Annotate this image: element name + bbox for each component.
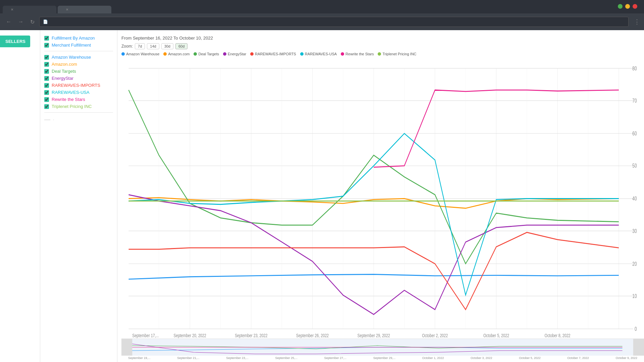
- browser-chrome: ✕ ✕ ← → ↻ 📄 ⋮: [0, 0, 644, 30]
- maximize-button[interactable]: [618, 4, 623, 9]
- tab-2[interactable]: ✕: [58, 6, 111, 13]
- address-bar[interactable]: 📄: [39, 17, 629, 27]
- mini-label-2: September 21,...: [177, 356, 200, 360]
- filter-rarewaves-usa-label: RAREWAVES-USA: [52, 90, 90, 95]
- legend-label-amazon-com: Amazon.com: [168, 52, 190, 56]
- svg-text:September 29, 2022: September 29, 2022: [358, 333, 390, 338]
- mini-label-6: September 29,...: [373, 356, 396, 360]
- legend-dot-rarewaves-imports: [250, 52, 254, 56]
- minimize-button[interactable]: [625, 4, 630, 9]
- filter-amazon-com-checkbox[interactable]: [44, 62, 49, 67]
- filter-fba-checkbox[interactable]: [44, 36, 49, 41]
- sellers-button[interactable]: SELLERS: [0, 36, 30, 47]
- filter-triplenet: Triplenet Pricing INC: [44, 104, 113, 109]
- legend-rewrite-stars: Rewrite the Stars: [341, 52, 374, 56]
- filter-merchant-label: Merchant Fulfillment: [52, 43, 91, 48]
- back-button[interactable]: ←: [4, 17, 13, 26]
- mini-axis-labels: September 19,... September 21,... Septem…: [121, 356, 644, 360]
- svg-rect-44: [121, 339, 132, 356]
- refresh-button[interactable]: ↻: [28, 17, 37, 26]
- forward-button[interactable]: →: [16, 17, 25, 26]
- zoom-bar: Zoom: 7d 14d 30d 60d: [121, 43, 644, 49]
- filter-triplenet-label: Triplenet Pricing INC: [52, 104, 92, 109]
- mini-label-7: October 1, 2022: [422, 356, 444, 360]
- svg-text:20: 20: [632, 261, 637, 267]
- zoom-label: Zoom:: [121, 44, 133, 49]
- legend-dot-deal-targets: [194, 52, 197, 56]
- filter-rewrite-stars-label: Rewrite the Stars: [52, 97, 85, 102]
- filter-energystar: EnergyStar: [44, 76, 113, 81]
- legend-label-rewrite-stars: Rewrite the Stars: [345, 52, 374, 56]
- filter-divider: [44, 51, 113, 51]
- chart-svg-container: 0 10 20 30 40 50 60 70 80 September 17,.…: [121, 59, 644, 339]
- legend-label-deal-targets: Deal Targets: [198, 52, 219, 56]
- filter-amazon-com-label: Amazon.com: [52, 62, 77, 67]
- filter-amazon-warehouse: Amazon Warehouse: [44, 55, 113, 60]
- filter-amazon-com: Amazon.com: [44, 62, 113, 67]
- filter-panel: Fulfillment By Amazon Merchant Fulfillme…: [40, 30, 117, 362]
- filter-energystar-label: EnergyStar: [52, 76, 73, 81]
- zoom-14d[interactable]: 14d: [147, 43, 159, 49]
- mini-label-11: October 9, 2022: [615, 356, 637, 360]
- svg-text:60: 60: [632, 130, 637, 136]
- filter-merchant: Merchant Fulfillment: [44, 43, 113, 48]
- zoom-30d[interactable]: 30d: [161, 43, 173, 49]
- svg-text:September 26, 2022: September 26, 2022: [296, 333, 329, 338]
- filter-rewrite-stars-checkbox[interactable]: [44, 97, 49, 102]
- filter-rewrite-stars: Rewrite the Stars: [44, 97, 113, 102]
- tab-1[interactable]: ✕: [3, 6, 56, 13]
- nav-bar: ← → ↻ 📄 ⋮: [0, 13, 644, 30]
- filter-extra-label: ·: [53, 117, 54, 122]
- legend-amazon-warehouse: Amazon Warehouse: [121, 52, 159, 56]
- filter-energystar-checkbox[interactable]: [44, 76, 49, 81]
- legend-dot-rewrite-stars: [341, 52, 344, 56]
- svg-text:50: 50: [632, 163, 637, 169]
- mini-label-9: October 5, 2022: [519, 356, 541, 360]
- menu-button[interactable]: ⋮: [634, 18, 640, 25]
- legend-dot-amazon-warehouse: [121, 52, 125, 56]
- svg-text:30: 30: [632, 228, 637, 234]
- legend-label-triplenet: Triplenet Pricing INC: [382, 52, 416, 56]
- chart-date-range: From September 16, 2022 To October 10, 2…: [121, 36, 644, 41]
- mini-label-4: September 25,...: [275, 356, 298, 360]
- svg-text:October 2, 2022: October 2, 2022: [422, 333, 448, 338]
- filter-rarewaves-imports-checkbox[interactable]: [44, 83, 49, 88]
- filter-amazon-warehouse-label: Amazon Warehouse: [52, 55, 91, 60]
- chart-legend: Amazon Warehouse Amazon.com Deal Targets…: [121, 52, 644, 56]
- filter-fba-label: Fulfillment By Amazon: [52, 36, 95, 41]
- svg-text:October 5, 2022: October 5, 2022: [483, 333, 509, 338]
- tab-2-close[interactable]: ✕: [66, 8, 68, 11]
- legend-dot-energystar: [223, 52, 226, 56]
- svg-text:October 8, 2022: October 8, 2022: [545, 333, 571, 338]
- filter-extra-icon: —: [44, 116, 50, 123]
- filter-deal-targets-label: Deal Targets: [52, 69, 76, 74]
- chart-area: From September 16, 2022 To October 10, 2…: [117, 30, 644, 362]
- svg-rect-46: [633, 339, 644, 356]
- close-button[interactable]: [633, 4, 637, 9]
- filter-merchant-checkbox[interactable]: [44, 43, 49, 48]
- tab-1-close[interactable]: ✕: [11, 8, 13, 11]
- zoom-7d[interactable]: 7d: [135, 43, 145, 49]
- filter-rarewaves-imports: RAREWAVES-IMPORTS: [44, 83, 113, 88]
- mini-label-5: September 27,...: [324, 356, 347, 360]
- main-chart-svg: 0 10 20 30 40 50 60 70 80 September 17,.…: [121, 59, 644, 339]
- legend-label-energystar: EnergyStar: [228, 52, 246, 56]
- address-icon: 📄: [43, 19, 48, 24]
- filter-fba: Fulfillment By Amazon: [44, 36, 113, 41]
- legend-energystar: EnergyStar: [223, 52, 246, 56]
- svg-text:September 20, 2022: September 20, 2022: [174, 333, 206, 338]
- svg-text:September 23, 2022: September 23, 2022: [235, 333, 267, 338]
- mini-label-10: October 7, 2022: [567, 356, 589, 360]
- svg-text:40: 40: [632, 196, 637, 202]
- filter-triplenet-checkbox[interactable]: [44, 104, 49, 109]
- zoom-60d[interactable]: 60d: [175, 43, 187, 49]
- mini-chart-svg[interactable]: [121, 339, 644, 356]
- filter-rarewaves-usa-checkbox[interactable]: [44, 90, 49, 95]
- legend-deal-targets: Deal Targets: [194, 52, 219, 56]
- filter-deal-targets-checkbox[interactable]: [44, 69, 49, 74]
- mini-label-8: October 3, 2022: [471, 356, 492, 360]
- filter-extra: — ·: [44, 116, 113, 123]
- sidebar: SELLERS: [0, 30, 40, 362]
- legend-label-amazon-warehouse: Amazon Warehouse: [126, 52, 159, 56]
- filter-amazon-warehouse-checkbox[interactable]: [44, 55, 49, 60]
